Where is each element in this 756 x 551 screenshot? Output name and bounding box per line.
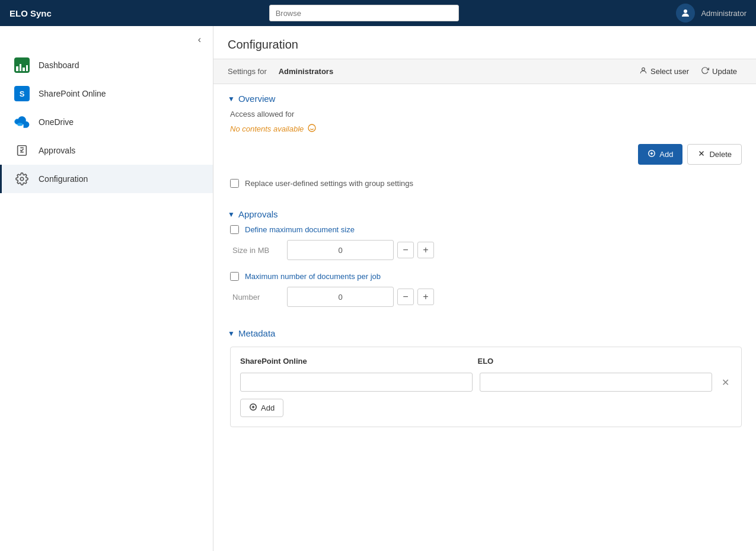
chevron-down-icon: ▼ — [228, 329, 235, 338]
settings-group: Administrators — [279, 67, 333, 76]
sidebar-item-label: Configuration — [39, 174, 88, 184]
delete-label: Delete — [709, 150, 732, 159]
overview-title: Overview — [238, 94, 276, 104]
delete-button[interactable]: Delete — [687, 144, 742, 165]
metadata-title: Metadata — [238, 328, 276, 338]
approvals-section: ▼ Approvals Define maximum document size… — [228, 200, 742, 307]
approvals-title: Approvals — [238, 209, 278, 219]
max-docs-checkbox-row: Maximum number of documents per job — [230, 272, 742, 281]
add-button[interactable]: Add — [638, 144, 682, 165]
top-navigation: ELO Sync Administrator — [0, 0, 756, 26]
sidebar-item-approvals[interactable]: Approvals — [0, 136, 213, 165]
max-doc-size-label[interactable]: Define maximum document size — [245, 225, 355, 234]
sidebar-item-label: SharePoint Online — [39, 89, 106, 98]
replace-settings-row: Replace user-defined settings with group… — [230, 179, 742, 188]
chevron-down-icon: ▼ — [228, 210, 235, 219]
approvals-section-header[interactable]: ▼ Approvals — [228, 200, 742, 225]
sharepoint-metadata-input[interactable] — [240, 373, 473, 392]
number-field-row: Number − + — [230, 287, 742, 307]
username-label: Administrator — [701, 9, 747, 18]
sidebar-toggle-area: ‹ — [0, 26, 213, 51]
update-button[interactable]: Update — [696, 64, 742, 79]
metadata-section-header[interactable]: ▼ Metadata — [228, 319, 742, 344]
metadata-remove-button[interactable]: ✕ — [719, 376, 732, 389]
metadata-section: ▼ Metadata SharePoint Online ELO — [228, 319, 742, 427]
overview-body: Access allowed for No contents available — [228, 110, 742, 188]
number-input[interactable] — [287, 287, 394, 307]
size-increment-button[interactable]: + — [417, 242, 434, 258]
sidebar-item-onedrive[interactable]: OneDrive — [0, 108, 213, 136]
plus-icon: + — [423, 245, 428, 255]
plus-icon: + — [423, 291, 428, 302]
approvals-body: Define maximum document size Size in MB … — [228, 225, 742, 307]
settings-prefix: Settings for — [228, 67, 267, 76]
sharepoint-col-header: SharePoint Online — [240, 357, 471, 366]
dashboard-icon — [14, 57, 30, 73]
plus-icon — [647, 149, 656, 159]
number-decrement-button[interactable]: − — [397, 289, 414, 305]
svg-point-1 — [17, 123, 23, 126]
size-input[interactable] — [287, 240, 394, 260]
chevron-down-icon: ▼ — [228, 95, 235, 103]
metadata-add-button[interactable]: Add — [240, 399, 283, 417]
svg-point-0 — [684, 9, 687, 13]
avatar[interactable] — [676, 4, 695, 23]
number-field-label: Number — [232, 293, 280, 302]
overview-actions: Add Delete — [230, 134, 742, 174]
size-input-container: − + — [287, 240, 434, 260]
access-label: Access allowed for — [230, 110, 742, 118]
size-field-row: Size in MB − + — [230, 240, 742, 260]
minus-icon: − — [403, 245, 408, 255]
size-field-label: Size in MB — [232, 246, 280, 255]
max-doc-size-option: Define maximum document size Size in MB … — [230, 225, 742, 260]
metadata-body: SharePoint Online ELO ✕ — [228, 347, 742, 427]
max-docs-option: Maximum number of documents per job Numb… — [230, 272, 742, 307]
minus-icon: − — [403, 291, 408, 302]
user-icon — [639, 66, 647, 76]
sidebar-item-configuration[interactable]: Configuration — [0, 165, 213, 193]
sidebar-item-label: Dashboard — [39, 60, 79, 70]
plus-circle-icon — [249, 403, 257, 413]
replace-settings-checkbox[interactable] — [230, 179, 239, 188]
update-label: Update — [712, 67, 737, 76]
max-doc-size-checkbox[interactable] — [230, 225, 239, 234]
max-docs-checkbox[interactable] — [230, 272, 239, 281]
select-user-label: Select user — [650, 67, 689, 76]
configuration-icon — [14, 171, 30, 187]
overview-section: ▼ Overview Access allowed for No content… — [228, 84, 742, 188]
sidebar-nav: Dashboard S SharePoint Online — [0, 51, 213, 193]
select-user-button[interactable]: Select user — [634, 64, 694, 79]
page-title: Configuration — [228, 38, 742, 52]
settings-bar: Settings for Administrators Select user … — [213, 59, 756, 84]
no-contents-text: No contents available — [230, 124, 304, 133]
overview-section-header[interactable]: ▼ Overview — [228, 84, 742, 110]
smiley-icon — [307, 123, 317, 134]
sidebar-item-dashboard[interactable]: Dashboard — [0, 51, 213, 79]
size-decrement-button[interactable]: − — [397, 242, 414, 258]
svg-point-7 — [308, 124, 315, 132]
content-scroll: ▼ Overview Access allowed for No content… — [213, 84, 756, 551]
search-input[interactable] — [269, 5, 459, 21]
sidebar-item-label: Approvals — [39, 146, 75, 155]
main-layout: ‹ Dashboard S — [0, 26, 756, 551]
chevron-left-icon: ‹ — [198, 34, 201, 44]
svg-point-6 — [642, 68, 645, 71]
metadata-add-label: Add — [261, 403, 275, 412]
approvals-icon — [14, 142, 30, 159]
elo-metadata-input[interactable] — [480, 373, 712, 392]
elo-col-header: ELO — [478, 357, 709, 366]
metadata-header: SharePoint Online ELO — [240, 357, 732, 366]
sidebar-item-sharepoint[interactable]: S SharePoint Online — [0, 79, 213, 108]
sidebar-item-label: OneDrive — [39, 117, 74, 127]
replace-settings-label[interactable]: Replace user-defined settings with group… — [245, 179, 413, 188]
app-title: ELO Sync — [9, 8, 52, 18]
max-docs-label[interactable]: Maximum number of documents per job — [245, 272, 381, 281]
onedrive-icon — [14, 114, 30, 130]
max-doc-size-checkbox-row: Define maximum document size — [230, 225, 742, 234]
sidebar-collapse-button[interactable]: ‹ — [196, 33, 203, 46]
close-icon: ✕ — [722, 377, 729, 388]
number-increment-button[interactable]: + — [417, 289, 434, 305]
no-contents-message: No contents available — [230, 123, 742, 134]
svg-point-5 — [20, 177, 24, 181]
sidebar: ‹ Dashboard S — [0, 26, 213, 551]
